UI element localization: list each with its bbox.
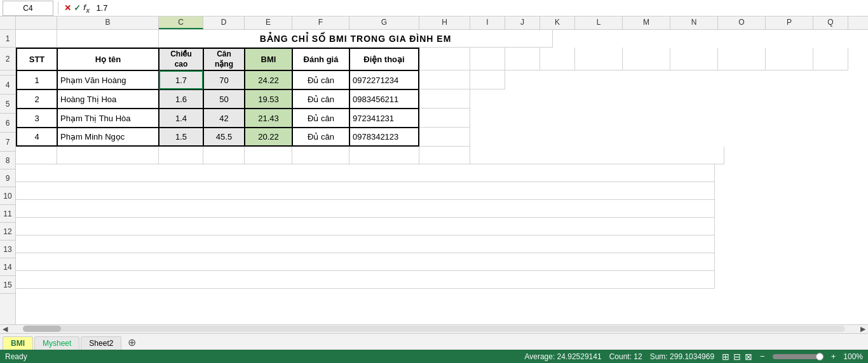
cell-g2[interactable]: Điện thoại <box>349 48 419 70</box>
page-layout-icon[interactable]: ⊟ <box>733 352 741 362</box>
view-icons[interactable]: ⊞ ⊟ ⊠ <box>722 352 752 362</box>
row-num-10[interactable]: 10 <box>0 187 15 205</box>
tab-mysheet[interactable]: Mysheet <box>34 336 79 350</box>
scroll-right-btn[interactable]: ▶ <box>858 325 868 333</box>
cell-o2[interactable] <box>718 48 766 70</box>
cell-row15[interactable] <box>16 271 715 289</box>
cell-n2[interactable] <box>670 48 718 70</box>
row-num-7[interactable]: 7 <box>0 133 15 152</box>
page-break-icon[interactable]: ⊠ <box>745 352 752 362</box>
cell-d4[interactable]: 70 <box>203 70 245 89</box>
cell-b6[interactable]: Phạm Thị Thu Hòa <box>57 109 159 128</box>
row-num-3[interactable] <box>0 70 15 76</box>
cell-a2[interactable]: STT <box>16 48 57 70</box>
row-num-6[interactable]: 6 <box>0 114 15 133</box>
zoom-minus[interactable]: − <box>760 352 765 361</box>
row-num-5[interactable]: 5 <box>0 95 15 114</box>
row-num-8[interactable]: 8 <box>0 152 15 169</box>
scroll-thumb[interactable] <box>23 326 61 332</box>
col-header-c[interactable]: C <box>159 16 203 29</box>
col-header-i[interactable]: I <box>470 16 505 29</box>
col-header-n[interactable]: N <box>670 16 718 29</box>
cell-e6[interactable]: 21.43 <box>245 109 292 128</box>
cell-row14[interactable] <box>16 253 715 271</box>
cell-e7[interactable]: 20.22 <box>245 128 292 147</box>
col-header-a[interactable] <box>16 16 57 29</box>
row-num-12[interactable]: 12 <box>0 223 15 241</box>
cell-row12[interactable] <box>16 218 715 235</box>
horizontal-scrollbar[interactable]: ◀ ▶ <box>0 324 868 333</box>
cell-a4[interactable]: 1 <box>16 70 57 89</box>
cell-g4[interactable]: 0972271234 <box>349 70 419 89</box>
cell-f7[interactable]: Đủ cân <box>292 128 349 147</box>
row-num-14[interactable]: 14 <box>0 258 15 276</box>
cell-g6[interactable]: 972341231 <box>349 109 419 128</box>
cancel-icon[interactable]: ✕ <box>64 3 71 13</box>
zoom-plus[interactable]: + <box>831 352 836 361</box>
cell-b8[interactable] <box>57 147 159 164</box>
cell-row13[interactable] <box>16 235 715 253</box>
row-num-1[interactable]: 1 <box>0 30 15 48</box>
cell-c1-title[interactable]: BẢNG CHỈ SỐ BMI TRONG GIA ĐÌNH EM <box>159 30 553 48</box>
cell-b5[interactable]: Hoàng Thị Hoa <box>57 89 159 109</box>
cell-h8[interactable] <box>419 147 470 164</box>
name-box[interactable]: C4 <box>3 1 53 16</box>
col-header-p[interactable]: P <box>766 16 813 29</box>
cell-h7[interactable] <box>419 128 470 147</box>
row-num-11[interactable]: 11 <box>0 205 15 223</box>
cell-d2[interactable]: Cânnặng <box>203 48 245 70</box>
cell-c5[interactable]: 1.6 <box>159 89 203 109</box>
scroll-left-btn[interactable]: ◀ <box>0 325 10 333</box>
cell-m2[interactable] <box>623 48 670 70</box>
tab-sheet2[interactable]: Sheet2 <box>81 336 121 350</box>
col-header-b[interactable]: B <box>57 16 159 29</box>
cell-l2[interactable] <box>575 48 623 70</box>
cell-j2[interactable] <box>505 48 540 70</box>
col-header-q[interactable]: Q <box>813 16 848 29</box>
scroll-track[interactable] <box>23 326 845 332</box>
cell-g5[interactable]: 0983456211 <box>349 89 419 109</box>
col-header-l[interactable]: L <box>575 16 623 29</box>
col-header-m[interactable]: M <box>623 16 670 29</box>
cell-g7[interactable]: 0978342123 <box>349 128 419 147</box>
cell-b1[interactable] <box>57 30 159 48</box>
cell-f8[interactable] <box>292 147 349 164</box>
cell-f2[interactable]: Đánh giá <box>292 48 349 70</box>
row-num-2[interactable]: 2 <box>0 48 15 70</box>
zoom-thumb[interactable] <box>816 353 824 360</box>
cell-row11[interactable] <box>16 200 715 218</box>
tab-add-button[interactable]: ⊕ <box>123 335 141 350</box>
cell-p2[interactable] <box>766 48 813 70</box>
cell-a7[interactable]: 4 <box>16 128 57 147</box>
cell-e8[interactable] <box>245 147 292 164</box>
cell-row10[interactable] <box>16 182 715 200</box>
cell-c8[interactable] <box>159 147 203 164</box>
col-header-k[interactable]: K <box>540 16 575 29</box>
col-header-j[interactable]: J <box>505 16 540 29</box>
col-header-d[interactable]: D <box>203 16 245 29</box>
cell-i4[interactable] <box>470 70 505 89</box>
col-header-o[interactable]: O <box>718 16 766 29</box>
row-num-4[interactable]: 4 <box>0 76 15 95</box>
cell-a6[interactable]: 3 <box>16 109 57 128</box>
cell-rest8[interactable] <box>470 147 724 164</box>
cell-f6[interactable]: Đủ cân <box>292 109 349 128</box>
row-num-13[interactable]: 13 <box>0 241 15 258</box>
cell-row9[interactable] <box>16 164 715 182</box>
function-icon[interactable]: fx <box>83 3 90 14</box>
cell-c6[interactable]: 1.4 <box>159 109 203 128</box>
cell-d6[interactable]: 42 <box>203 109 245 128</box>
cell-d8[interactable] <box>203 147 245 164</box>
cell-h6[interactable] <box>419 109 470 128</box>
cell-c7[interactable]: 1.5 <box>159 128 203 147</box>
formula-input[interactable]: 1.7 <box>93 3 868 13</box>
cell-d7[interactable]: 45.5 <box>203 128 245 147</box>
cell-g8[interactable] <box>349 147 419 164</box>
cell-i2[interactable] <box>470 48 505 70</box>
cell-c4[interactable]: 1.7 <box>159 70 203 89</box>
cell-h4[interactable] <box>419 70 470 89</box>
cell-f5[interactable]: Đủ cân <box>292 89 349 109</box>
col-header-h[interactable]: H <box>419 16 470 29</box>
row-num-9[interactable]: 9 <box>0 169 15 187</box>
cell-q2[interactable] <box>813 48 848 70</box>
